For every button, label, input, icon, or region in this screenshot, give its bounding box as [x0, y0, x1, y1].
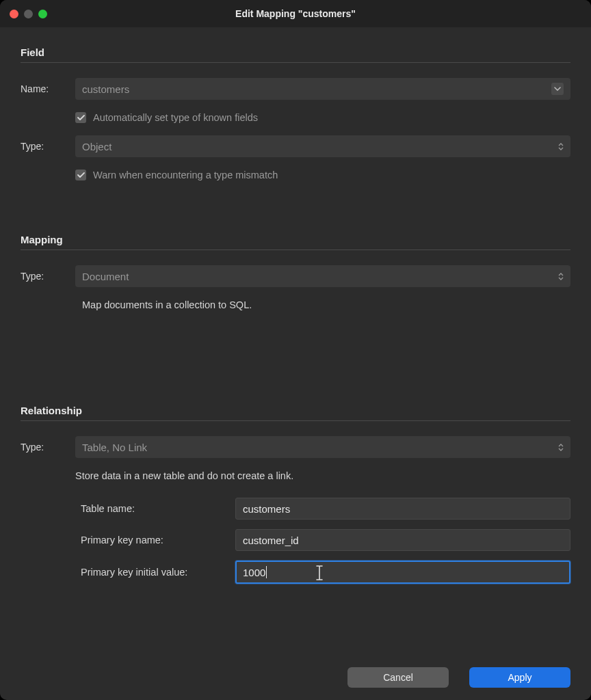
table-name-row: Table name:	[75, 498, 570, 520]
traffic-lights	[0, 10, 47, 18]
auto-type-checkbox[interactable]	[75, 112, 86, 123]
primary-key-init-input[interactable]: 1000	[235, 561, 570, 584]
primary-key-init-label: Primary key initial value:	[75, 567, 226, 578]
warn-label: Warn when encountering a type mismatch	[93, 170, 278, 180]
field-name-dropdown[interactable]: customers	[75, 78, 570, 100]
mapping-type-value: Document	[82, 271, 129, 282]
ibeam-cursor-icon	[315, 565, 324, 582]
dialog-footer: Cancel Apply	[347, 667, 570, 688]
mapping-description: Map documents in a collection to SQL.	[75, 299, 570, 310]
relationship-type-value: Table, No Link	[82, 442, 147, 453]
primary-key-init-value: 1000	[243, 567, 265, 578]
primary-key-init-row: Primary key initial value: 1000	[75, 561, 570, 584]
mapping-type-dropdown[interactable]: Document	[75, 265, 570, 287]
primary-key-name-row: Primary key name:	[75, 529, 570, 551]
text-caret	[266, 566, 267, 578]
window-close-button[interactable]	[10, 10, 18, 18]
window-title: Edit Mapping "customers"	[0, 8, 591, 19]
titlebar: Edit Mapping "customers"	[0, 0, 591, 27]
field-warn-row: Warn when encountering a type mismatch	[21, 170, 570, 180]
field-type-label: Type:	[21, 141, 75, 152]
relationship-type-row: Type: Table, No Link	[21, 436, 570, 458]
relationship-description: Store data in a new table and do not cre…	[75, 470, 570, 481]
mapping-type-row: Type: Document	[21, 265, 570, 287]
auto-type-label: Automatically set type of known fields	[93, 112, 258, 123]
relationship-desc-row: Store data in a new table and do not cre…	[21, 470, 570, 481]
primary-key-name-label: Primary key name:	[75, 535, 226, 546]
divider	[21, 62, 570, 63]
apply-button[interactable]: Apply	[469, 667, 570, 688]
field-type-row: Type: Object	[21, 135, 570, 157]
mapping-section-header: Mapping	[21, 234, 570, 245]
field-auto-type-row: Automatically set type of known fields	[21, 112, 570, 123]
table-name-input[interactable]	[235, 498, 570, 520]
field-type-value: Object	[82, 141, 111, 152]
primary-key-name-input[interactable]	[235, 529, 570, 551]
updown-icon	[558, 273, 564, 280]
field-type-dropdown[interactable]: Object	[75, 135, 570, 157]
relationship-form-row: Table name: Primary key name: Primary ke…	[21, 498, 570, 584]
divider	[21, 250, 570, 250]
field-section-header: Field	[21, 46, 570, 58]
updown-icon	[558, 444, 564, 451]
window-minimize-button[interactable]	[24, 10, 33, 18]
field-name-row: Name: customers	[21, 78, 570, 100]
table-name-label: Table name:	[75, 503, 226, 514]
cancel-button[interactable]: Cancel	[347, 667, 449, 688]
dialog-content: Field Name: customers Autom	[0, 27, 591, 584]
relationship-section-header: Relationship	[21, 405, 570, 416]
divider	[21, 420, 570, 421]
relationship-type-dropdown[interactable]: Table, No Link	[75, 436, 570, 458]
mapping-type-label: Type:	[21, 271, 75, 282]
relationship-type-label: Type:	[21, 442, 75, 453]
warn-checkbox[interactable]	[75, 170, 86, 180]
mapping-desc-row: Map documents in a collection to SQL.	[21, 299, 570, 310]
field-name-value: customers	[82, 83, 129, 95]
dialog-window: Edit Mapping "customers" Field Name: cus…	[0, 0, 591, 700]
field-name-label: Name:	[21, 83, 75, 94]
chevron-down-icon	[551, 83, 564, 95]
window-zoom-button[interactable]	[38, 10, 47, 18]
updown-icon	[558, 143, 564, 150]
